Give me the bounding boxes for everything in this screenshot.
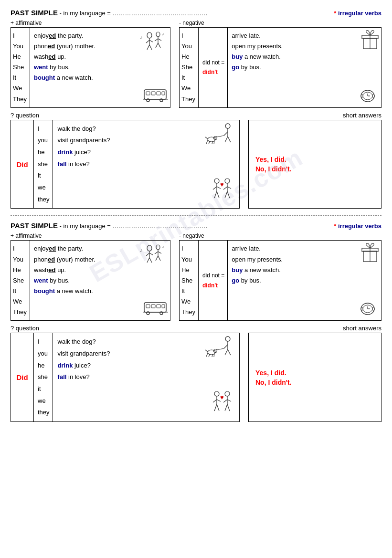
svg-line-96 — [206, 353, 208, 357]
q-pronouns-2: I you he she it we they — [34, 333, 53, 421]
did-label-1: Did — [11, 120, 34, 209]
svg-line-12 — [158, 43, 160, 48]
couple-icon-1: ♥ — [207, 177, 238, 208]
svg-point-7 — [156, 32, 160, 37]
dog-walk-icon-1 — [203, 122, 236, 155]
svg-line-100 — [205, 350, 208, 352]
title-text: PAST SIMPLE — [11, 9, 58, 17]
svg-line-105 — [214, 404, 217, 411]
short-no-2: No, I didn't. — [255, 379, 374, 386]
svg-line-62 — [147, 258, 149, 263]
aff-pronouns-2: I You He She It We They — [11, 241, 30, 320]
svg-line-40 — [209, 141, 210, 144]
q-sentences-1: walk the dog? visit grandparents? drink … — [53, 120, 239, 209]
svg-rect-74 — [157, 305, 160, 308]
svg-line-69 — [158, 256, 160, 261]
svg-point-88 — [225, 337, 230, 341]
svg-line-53 — [227, 187, 231, 189]
svg-line-11 — [156, 43, 158, 48]
svg-point-50 — [225, 179, 230, 183]
neg-pronouns-1: I You He She It We They — [180, 28, 199, 107]
affirmative-box-2: I You He She It We They enjoyed the part… — [11, 240, 170, 321]
svg-line-39 — [206, 140, 208, 144]
svg-rect-17 — [157, 92, 160, 95]
bus-icon-2 — [143, 301, 168, 318]
svg-line-111 — [225, 404, 227, 411]
svg-point-101 — [214, 391, 219, 396]
svg-line-92 — [228, 349, 231, 355]
section-2: PAST SIMPLE - in my language = ………………………… — [11, 221, 381, 421]
svg-rect-16 — [151, 92, 155, 95]
aff-neg-row-1: I You He She It We They enjoyed the part… — [11, 27, 381, 108]
svg-line-43 — [205, 137, 208, 139]
svg-line-112 — [227, 404, 230, 411]
question-box-2: Did I you he she it we they walk the dog… — [11, 333, 240, 422]
svg-point-31 — [225, 124, 230, 128]
svg-text:♪: ♪ — [162, 32, 164, 36]
svg-line-34 — [225, 137, 228, 142]
svg-line-33 — [224, 132, 228, 136]
svg-text:♥: ♥ — [220, 181, 224, 188]
question-box-1: Did I you he she it we they walk the dog… — [11, 120, 240, 209]
title-text-2: PAST SIMPLE — [11, 221, 58, 230]
svg-line-68 — [156, 256, 158, 261]
svg-line-110 — [227, 400, 231, 401]
section-2-header: PAST SIMPLE - in my language = ………………………… — [11, 221, 381, 230]
aff-label-1: + affirmative — [11, 20, 170, 26]
svg-line-9 — [155, 39, 158, 41]
title-subtitle: - in my language = ………………………………………. — [60, 10, 208, 17]
svg-line-106 — [217, 404, 219, 411]
short-answers-label-2: short answers — [343, 325, 381, 332]
neg-sentences-2: arrive late. open my presents. buy a new… — [228, 241, 381, 320]
svg-line-46 — [213, 187, 217, 190]
irregular-verbs-1: * irregular verbs — [334, 10, 381, 17]
short-yes-1: Yes, I did. — [255, 156, 374, 163]
irregular-verbs-2: * irregular verbs — [334, 222, 381, 230]
couple-icon-2: ♥ — [207, 390, 238, 421]
affirmative-box-1: I You He She It We They enjoyed the part… — [11, 27, 170, 108]
aff-label-2: + affirmative — [11, 232, 170, 239]
svg-rect-15 — [146, 92, 150, 95]
neg-sentences-1: arrive late. open my presents. buy a new… — [228, 28, 381, 107]
section-1: PAST SIMPLE - in my language = ………………………… — [11, 9, 381, 209]
negative-box-2: I You He She It We They did not = didn't… — [179, 240, 381, 321]
svg-rect-73 — [151, 305, 155, 308]
gift-icon-1 — [361, 30, 379, 59]
svg-line-66 — [155, 252, 158, 254]
svg-text:♥: ♥ — [220, 394, 224, 401]
q-sentences-2: walk the dog? visit grandparents? drink … — [53, 333, 239, 421]
aff-sentences-2: enjoyed the party. phoned (your) mother.… — [30, 241, 170, 320]
top-labels-2: + affirmative - negative — [11, 232, 381, 239]
svg-text:♪: ♪ — [162, 244, 164, 249]
svg-line-10 — [158, 39, 161, 41]
section-divider — [11, 215, 381, 216]
svg-line-97 — [209, 354, 210, 357]
neg-label-2: - negative — [179, 232, 204, 239]
section-1-header: PAST SIMPLE - in my language = ………………………… — [11, 9, 381, 17]
svg-line-6 — [149, 45, 152, 50]
svg-line-67 — [158, 252, 161, 253]
aff-pronouns-1: I You He She It We They — [11, 28, 30, 107]
section-2-title: PAST SIMPLE - in my language = ………………………… — [11, 221, 207, 230]
short-answers-box-2: Yes, I did. No, I didn't. — [248, 333, 381, 422]
aff-sentences-1: enjoyed the party. phoned (your) mother.… — [30, 28, 170, 107]
gift-icon-2 — [361, 242, 379, 272]
party-icon-2: ♪ ♪ — [140, 242, 166, 267]
question-row-1: Did I you he she it we they walk the dog… — [11, 120, 381, 209]
question-row-2: Did I you he she it we they walk the dog… — [11, 333, 381, 422]
svg-point-1 — [147, 32, 152, 38]
svg-line-4 — [149, 40, 153, 42]
question-label-1: ? question — [11, 112, 39, 119]
neg-section-2: I You He She It We They did not = didn't… — [179, 240, 381, 321]
svg-line-103 — [213, 400, 217, 402]
dog-walk-icon-2 — [203, 335, 236, 368]
svg-line-91 — [225, 349, 228, 355]
question-section-1: ? question short answers Did I you he sh… — [11, 112, 381, 209]
question-label-2: ? question — [11, 325, 39, 332]
neg-section-1: I You He She It We They did not = didn't… — [179, 27, 381, 108]
svg-line-52 — [223, 187, 227, 190]
svg-line-54 — [225, 191, 227, 198]
did-label-2: Did — [11, 333, 34, 421]
svg-rect-75 — [162, 305, 165, 308]
svg-point-44 — [214, 179, 219, 183]
